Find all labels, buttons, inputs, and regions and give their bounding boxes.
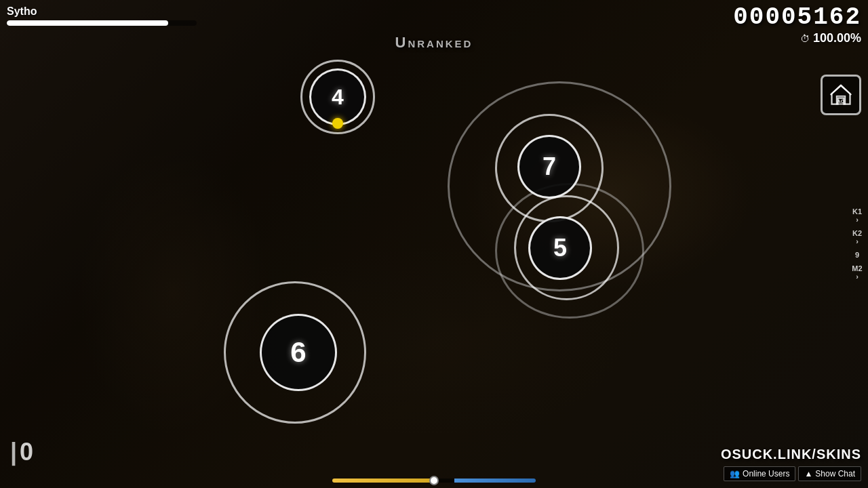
health-bar-container xyxy=(7,20,197,26)
svg-text:AO: AO xyxy=(837,98,845,104)
key-k1: K1 › xyxy=(848,205,867,226)
progress-bar xyxy=(332,479,536,483)
progress-bar-fill-right xyxy=(454,479,536,483)
key-indicators: K1 › K2 › 9 M2 › xyxy=(848,205,868,283)
show-chat-button[interactable]: ▲ Show Chat xyxy=(798,466,861,481)
users-icon: 👥 xyxy=(730,469,740,479)
key-m2: M2 › xyxy=(848,262,867,283)
home-icon: AO xyxy=(829,83,853,107)
key-9: 9 xyxy=(848,249,867,261)
chat-icon: ▲ xyxy=(804,469,812,479)
hit-circle-7[interactable]: 7 xyxy=(515,133,583,201)
score-value: 00005162 xyxy=(733,3,861,31)
online-users-label: Online Users xyxy=(743,469,789,479)
circle-4-dot xyxy=(332,118,343,129)
bottom-right-area: OSUCK.LINK/SKINS 👥 Online Users ▲ Show C… xyxy=(721,447,861,481)
unranked-label: Unranked xyxy=(395,34,473,52)
player-info: Sytho xyxy=(7,5,197,26)
bottom-buttons: 👥 Online Users ▲ Show Chat xyxy=(724,466,861,481)
progress-marker xyxy=(429,476,439,485)
online-users-button[interactable]: 👥 Online Users xyxy=(724,466,795,481)
player-name: Sytho xyxy=(7,5,197,18)
combo-pipe: | xyxy=(10,440,17,464)
progress-bar-area xyxy=(332,479,536,483)
progress-bar-fill-left xyxy=(332,479,434,483)
hit-circle-5[interactable]: 5 xyxy=(526,214,594,282)
accuracy-value: 100.00% xyxy=(813,31,861,45)
accuracy-area: ⏱ 100.00% xyxy=(733,31,861,45)
hit-circle-4[interactable]: 4 xyxy=(307,66,368,127)
score-area: 00005162 ⏱ 100.00% xyxy=(733,3,861,45)
show-chat-label: Show Chat xyxy=(815,469,855,479)
hit-circle-6[interactable]: 6 xyxy=(258,312,339,393)
home-button[interactable]: AO xyxy=(821,75,861,115)
clock-icon: ⏱ xyxy=(800,33,810,44)
key-k2: K2 › xyxy=(848,227,867,247)
combo-value: 0 xyxy=(20,440,33,464)
health-bar xyxy=(7,20,168,26)
combo-area: | 0 xyxy=(10,440,33,464)
skin-link: OSUCK.LINK/SKINS xyxy=(721,447,861,462)
